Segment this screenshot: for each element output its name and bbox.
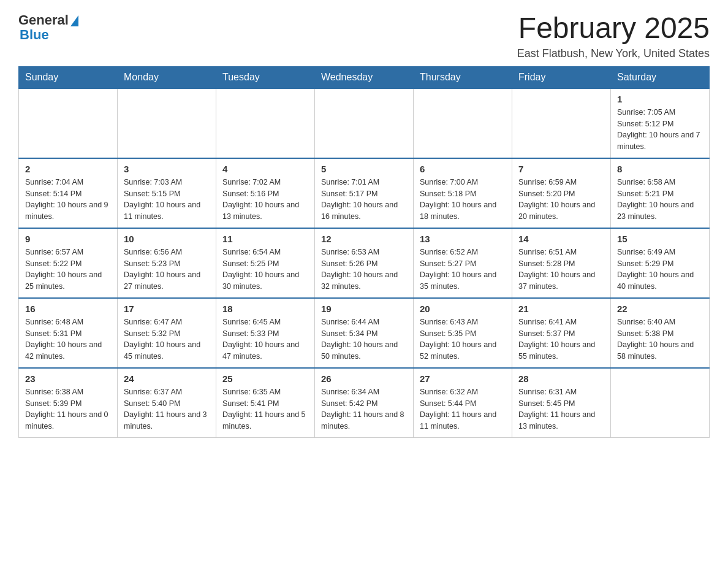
day-info: Sunrise: 6:40 AMSunset: 5:38 PMDaylight:… [617,316,703,362]
day-number: 28 [518,373,604,384]
month-title: February 2025 [517,12,710,45]
table-row: 15Sunrise: 6:49 AMSunset: 5:29 PMDayligh… [611,228,710,298]
day-number: 27 [420,373,506,384]
col-thursday: Thursday [414,66,512,88]
day-info: Sunrise: 6:35 AMSunset: 5:41 PMDaylight:… [222,386,308,432]
day-number: 7 [518,164,604,174]
day-number: 13 [420,234,506,244]
col-friday: Friday [512,66,611,88]
day-info: Sunrise: 6:37 AMSunset: 5:40 PMDaylight:… [124,386,210,432]
table-row: 17Sunrise: 6:47 AMSunset: 5:32 PMDayligh… [118,298,216,368]
day-number: 25 [222,373,308,384]
table-row: 28Sunrise: 6:31 AMSunset: 5:45 PMDayligh… [512,368,611,438]
day-info: Sunrise: 6:32 AMSunset: 5:44 PMDaylight:… [420,386,506,432]
day-info: Sunrise: 6:45 AMSunset: 5:33 PMDaylight:… [222,316,308,362]
header: General Blue February 2025 East Flatbush… [18,12,710,60]
day-info: Sunrise: 6:41 AMSunset: 5:37 PMDaylight:… [518,316,604,362]
day-number: 10 [124,234,210,244]
day-number: 20 [420,304,506,314]
table-row: 2Sunrise: 7:04 AMSunset: 5:14 PMDaylight… [19,158,118,228]
day-info: Sunrise: 6:52 AMSunset: 5:27 PMDaylight:… [420,247,506,293]
week-row-3: 9Sunrise: 6:57 AMSunset: 5:22 PMDaylight… [19,228,710,298]
logo-blue-text: Blue [18,27,49,43]
day-number: 26 [321,373,407,384]
day-number: 1 [617,94,703,104]
day-info: Sunrise: 6:47 AMSunset: 5:32 PMDaylight:… [124,316,210,362]
table-row: 13Sunrise: 6:52 AMSunset: 5:27 PMDayligh… [414,228,512,298]
table-row [216,88,315,158]
table-row: 1Sunrise: 7:05 AMSunset: 5:12 PMDaylight… [611,88,710,158]
day-number: 6 [420,164,506,174]
table-row: 7Sunrise: 6:59 AMSunset: 5:20 PMDaylight… [512,158,611,228]
day-number: 2 [25,164,111,174]
table-row: 9Sunrise: 6:57 AMSunset: 5:22 PMDaylight… [19,228,118,298]
logo: General Blue [18,12,78,43]
day-info: Sunrise: 7:00 AMSunset: 5:18 PMDaylight:… [420,177,506,223]
table-row: 4Sunrise: 7:02 AMSunset: 5:16 PMDaylight… [216,158,315,228]
logo-triangle-icon [70,15,78,26]
day-info: Sunrise: 6:54 AMSunset: 5:25 PMDaylight:… [222,247,308,293]
table-row: 16Sunrise: 6:48 AMSunset: 5:31 PMDayligh… [19,298,118,368]
table-row: 19Sunrise: 6:44 AMSunset: 5:34 PMDayligh… [315,298,414,368]
table-row: 6Sunrise: 7:00 AMSunset: 5:18 PMDaylight… [414,158,512,228]
calendar-table: Sunday Monday Tuesday Wednesday Thursday… [18,66,710,438]
week-row-5: 23Sunrise: 6:38 AMSunset: 5:39 PMDayligh… [19,368,710,438]
day-number: 9 [25,234,111,244]
table-row: 25Sunrise: 6:35 AMSunset: 5:41 PMDayligh… [216,368,315,438]
table-row: 3Sunrise: 7:03 AMSunset: 5:15 PMDaylight… [118,158,216,228]
day-info: Sunrise: 6:31 AMSunset: 5:45 PMDaylight:… [518,386,604,432]
day-number: 5 [321,164,407,174]
day-number: 14 [518,234,604,244]
col-sunday: Sunday [19,66,118,88]
table-row: 27Sunrise: 6:32 AMSunset: 5:44 PMDayligh… [414,368,512,438]
col-tuesday: Tuesday [216,66,315,88]
day-number: 22 [617,304,703,314]
day-number: 24 [124,373,210,384]
day-info: Sunrise: 6:57 AMSunset: 5:22 PMDaylight:… [25,247,111,293]
title-area: February 2025 East Flatbush, New York, U… [517,12,710,60]
day-info: Sunrise: 6:34 AMSunset: 5:42 PMDaylight:… [321,386,407,432]
calendar-header-row: Sunday Monday Tuesday Wednesday Thursday… [19,66,710,88]
table-row: 22Sunrise: 6:40 AMSunset: 5:38 PMDayligh… [611,298,710,368]
day-number: 23 [25,373,111,384]
week-row-2: 2Sunrise: 7:04 AMSunset: 5:14 PMDaylight… [19,158,710,228]
day-info: Sunrise: 6:59 AMSunset: 5:20 PMDaylight:… [518,177,604,223]
table-row [19,88,118,158]
table-row [414,88,512,158]
day-info: Sunrise: 6:51 AMSunset: 5:28 PMDaylight:… [518,247,604,293]
day-info: Sunrise: 6:53 AMSunset: 5:26 PMDaylight:… [321,247,407,293]
day-number: 21 [518,304,604,314]
day-number: 8 [617,164,703,174]
day-number: 4 [222,164,308,174]
day-info: Sunrise: 7:05 AMSunset: 5:12 PMDaylight:… [617,107,703,153]
day-info: Sunrise: 6:58 AMSunset: 5:21 PMDaylight:… [617,177,703,223]
day-info: Sunrise: 6:49 AMSunset: 5:29 PMDaylight:… [617,247,703,293]
day-info: Sunrise: 7:02 AMSunset: 5:16 PMDaylight:… [222,177,308,223]
day-number: 3 [124,164,210,174]
location-subtitle: East Flatbush, New York, United States [517,47,710,60]
day-number: 12 [321,234,407,244]
day-info: Sunrise: 6:38 AMSunset: 5:39 PMDaylight:… [25,386,111,432]
table-row: 20Sunrise: 6:43 AMSunset: 5:35 PMDayligh… [414,298,512,368]
day-number: 15 [617,234,703,244]
day-info: Sunrise: 6:56 AMSunset: 5:23 PMDaylight:… [124,247,210,293]
table-row: 10Sunrise: 6:56 AMSunset: 5:23 PMDayligh… [118,228,216,298]
day-number: 11 [222,234,308,244]
logo-general-text: General [18,12,69,28]
table-row [512,88,611,158]
week-row-1: 1Sunrise: 7:05 AMSunset: 5:12 PMDaylight… [19,88,710,158]
table-row: 26Sunrise: 6:34 AMSunset: 5:42 PMDayligh… [315,368,414,438]
table-row: 8Sunrise: 6:58 AMSunset: 5:21 PMDaylight… [611,158,710,228]
table-row: 12Sunrise: 6:53 AMSunset: 5:26 PMDayligh… [315,228,414,298]
table-row [118,88,216,158]
day-info: Sunrise: 6:44 AMSunset: 5:34 PMDaylight:… [321,316,407,362]
day-number: 19 [321,304,407,314]
table-row: 21Sunrise: 6:41 AMSunset: 5:37 PMDayligh… [512,298,611,368]
table-row: 5Sunrise: 7:01 AMSunset: 5:17 PMDaylight… [315,158,414,228]
col-wednesday: Wednesday [315,66,414,88]
day-info: Sunrise: 7:01 AMSunset: 5:17 PMDaylight:… [321,177,407,223]
col-monday: Monday [118,66,216,88]
day-number: 18 [222,304,308,314]
col-saturday: Saturday [611,66,710,88]
day-number: 17 [124,304,210,314]
